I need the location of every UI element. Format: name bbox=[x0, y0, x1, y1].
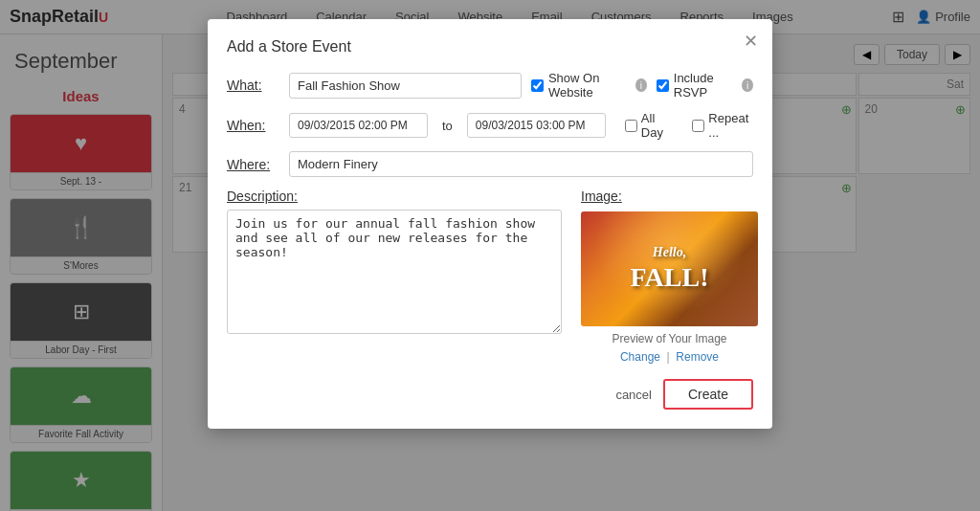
show-on-website-group: Show On Website i bbox=[531, 71, 647, 100]
fall-hello: Hello, bbox=[631, 245, 709, 261]
where-input[interactable] bbox=[289, 151, 753, 177]
start-date-input[interactable] bbox=[289, 113, 428, 138]
repeat-group: Repeat ... bbox=[692, 111, 753, 140]
include-rsvp-info-icon[interactable]: i bbox=[742, 78, 753, 92]
when-label: When: bbox=[227, 118, 279, 133]
end-date-input[interactable] bbox=[467, 113, 606, 138]
allday-group: All Day bbox=[625, 111, 673, 140]
create-button[interactable]: Create bbox=[663, 379, 753, 410]
when-row: When: to All Day Repeat ... bbox=[227, 111, 753, 140]
add-event-modal: Add a Store Event ✕ What: Show On Websit… bbox=[208, 19, 772, 429]
show-on-website-label: Show On Website bbox=[548, 71, 631, 100]
cancel-link[interactable]: cancel bbox=[615, 388, 652, 402]
description-textarea[interactable]: Join us for our annual fall fashion show… bbox=[227, 210, 562, 334]
modal-title: Add a Store Event bbox=[227, 38, 753, 56]
preview-text: Preview of Your Image bbox=[581, 332, 758, 345]
fall-image-text: Hello, FALL! bbox=[631, 245, 709, 293]
content-columns: Description: Join us for our annual fall… bbox=[227, 189, 753, 364]
include-rsvp-group: Include RSVP i bbox=[657, 71, 753, 100]
what-input[interactable] bbox=[289, 73, 522, 99]
modal-footer: cancel Create bbox=[227, 379, 753, 410]
where-row: Where: bbox=[227, 151, 753, 177]
image-actions: Change | Remove bbox=[581, 349, 758, 364]
description-label: Description: bbox=[227, 189, 298, 204]
allday-label: All Day bbox=[641, 111, 673, 140]
repeat-checkbox[interactable] bbox=[692, 120, 704, 132]
repeat-label: Repeat ... bbox=[708, 111, 753, 140]
change-image-link[interactable]: Change bbox=[620, 350, 660, 364]
image-column: Image: Hello, FALL! Preview of Your Imag… bbox=[581, 189, 758, 364]
pipe-separator: | bbox=[667, 350, 670, 364]
modal-close-button[interactable]: ✕ bbox=[740, 31, 761, 52]
modal-overlay: Add a Store Event ✕ What: Show On Websit… bbox=[0, 0, 980, 511]
show-on-website-info-icon[interactable]: i bbox=[635, 78, 647, 92]
include-rsvp-checkbox[interactable] bbox=[657, 79, 669, 92]
what-row: What: Show On Website i Include RSVP i bbox=[227, 71, 753, 100]
where-label: Where: bbox=[227, 157, 279, 172]
allday-checkbox[interactable] bbox=[625, 120, 637, 132]
fall-word: FALL! bbox=[631, 261, 709, 294]
remove-image-link[interactable]: Remove bbox=[676, 350, 719, 364]
to-label: to bbox=[442, 119, 453, 133]
fall-image: Hello, FALL! bbox=[581, 211, 758, 326]
include-rsvp-label: Include RSVP bbox=[674, 71, 738, 100]
what-label: What: bbox=[227, 78, 279, 93]
desc-column: Description: Join us for our annual fall… bbox=[227, 189, 562, 364]
show-on-website-checkbox[interactable] bbox=[531, 79, 544, 92]
image-label: Image: bbox=[581, 189, 758, 204]
image-preview: Hello, FALL! bbox=[581, 211, 758, 326]
